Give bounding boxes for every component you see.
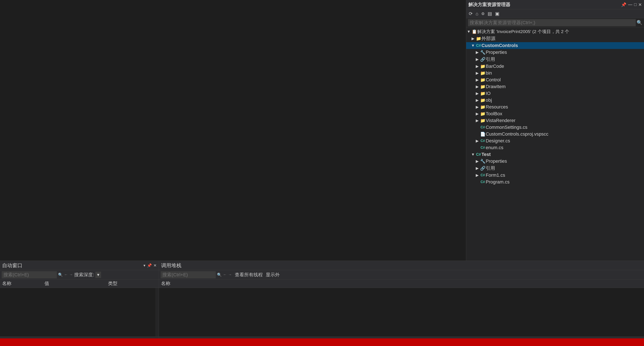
- call-stack-forward-icon[interactable]: →: [228, 272, 232, 277]
- pin-icon[interactable]: 📌: [621, 2, 626, 7]
- tree-item-resources[interactable]: ▶ 📁 Resources: [466, 104, 644, 110]
- tree-item-vistarenderer[interactable]: ▶ 📁 VistaRenderer: [466, 117, 644, 124]
- drawitem-icon: 📁: [480, 84, 486, 89]
- auto-window-close-icon[interactable]: ✕: [154, 263, 156, 268]
- vistarenderer-arrow: ▶: [475, 118, 480, 123]
- search-icon: 🔍: [636, 20, 642, 26]
- tree-item-external[interactable]: ▶ 📁 外部源: [466, 35, 644, 42]
- auto-window-dropdown-icon[interactable]: ▾: [144, 263, 145, 268]
- refs2-arrow: ▶: [475, 166, 480, 170]
- control-arrow: ▶: [475, 78, 480, 82]
- view-all-threads-btn[interactable]: 查看所有线程: [235, 272, 263, 278]
- home-icon[interactable]: ⌂: [475, 10, 479, 17]
- minimize-icon[interactable]: —: [628, 2, 632, 7]
- designer-arrow: ▶: [475, 138, 480, 143]
- tree-item-bin[interactable]: ▶ 📁 bin: [466, 70, 644, 76]
- tree-item-solution[interactable]: ▼ 📋 解决方案 'InvoicePrint2005' (2 个项目，共 2 个: [466, 28, 644, 35]
- sync-icon[interactable]: ⟳: [468, 10, 474, 17]
- tree-item-barcode[interactable]: ▶ 📁 BarCode: [466, 63, 644, 70]
- expand-icon[interactable]: ▣: [494, 10, 500, 17]
- status-bar: [0, 338, 644, 346]
- test-icon: C#: [476, 152, 482, 157]
- external-label: 外部源: [482, 36, 496, 42]
- properties1-arrow: ▶: [475, 50, 480, 55]
- external-folder-icon: 📁: [476, 36, 482, 41]
- auto-window-search-icon: 🔍: [58, 272, 63, 277]
- call-stack-title-bar: 调用堆栈: [159, 261, 644, 270]
- tree-item-test[interactable]: ▼ C# Test: [466, 151, 644, 158]
- call-stack-search-input[interactable]: [161, 271, 216, 278]
- form1-icon: C#: [480, 173, 486, 177]
- drawitem-label: DrawItem: [486, 84, 506, 90]
- auto-window-depth-dropdown[interactable]: ▾: [95, 272, 101, 278]
- auto-window-toolbar: 🔍 ← → 搜索深度: ▾: [0, 270, 159, 280]
- tree-item-enum[interactable]: ▶ C# enum.cs: [466, 144, 644, 151]
- barcode-label: BarCode: [486, 64, 504, 69]
- call-stack-columns: 名称: [159, 280, 644, 288]
- commonsettings-icon: C#: [480, 126, 486, 129]
- tree-item-refs2[interactable]: ▶ 🔗 引用: [466, 165, 644, 172]
- solution-explorer-search-input[interactable]: [468, 19, 636, 26]
- solution-explorer-title-icons: 📌 — □ ✕: [621, 2, 642, 7]
- commonsettings-label: CommonSettings.cs: [486, 124, 528, 130]
- tree-item-properties2[interactable]: ▶ 🔧 Properties: [466, 158, 644, 165]
- form1-arrow: ▶: [475, 173, 480, 178]
- bin-icon: 📁: [480, 70, 486, 76]
- refs1-arrow: ▶: [475, 57, 480, 62]
- tree-item-toolbox[interactable]: ▶ 📁 ToolBox: [466, 110, 644, 117]
- auto-window-title: 自动窗口: [2, 262, 22, 269]
- solution-explorer-title: 解决方案资源管理器: [468, 2, 510, 8]
- collapse-icon[interactable]: ▤: [487, 10, 493, 17]
- vistarenderer-icon: 📁: [480, 118, 486, 123]
- properties2-icon: 🔧: [480, 159, 486, 164]
- call-stack-search-icon: 🔍: [217, 272, 222, 277]
- enum-label: enum.cs: [486, 145, 503, 150]
- customcontrols-label: CustomControls: [482, 43, 518, 48]
- auto-window-panel: 自动窗口 ▾ 📌 ✕ 🔍 ← → 搜索深度: ▾ 名称 值 类型 自动窗口 局: [0, 261, 159, 346]
- auto-window-pin-icon[interactable]: 📌: [147, 263, 152, 268]
- call-stack-back-icon[interactable]: ←: [223, 272, 227, 277]
- tree-item-obj[interactable]: ▶ 📁 obj: [466, 97, 644, 104]
- call-stack-toolbar: 🔍 ← → 查看所有线程 显示外: [159, 270, 644, 280]
- drawitem-arrow: ▶: [475, 84, 480, 89]
- auto-window-search-input[interactable]: [2, 271, 57, 278]
- resources-arrow: ▶: [475, 105, 480, 109]
- solution-explorer-title-bar: 解决方案资源管理器 📌 — □ ✕: [466, 0, 644, 9]
- auto-window-scrollbar[interactable]: [155, 288, 159, 336]
- tree-item-program[interactable]: ▶ C# Program.cs: [466, 178, 644, 186]
- call-stack-col-name: 名称: [161, 280, 204, 287]
- solution-explorer-tree[interactable]: ▼ 📋 解决方案 'InvoicePrint2005' (2 个项目，共 2 个…: [466, 27, 644, 260]
- program-label: Program.cs: [486, 179, 510, 185]
- show-external-btn[interactable]: 显示外: [266, 272, 280, 278]
- obj-icon: 📁: [480, 98, 486, 103]
- tree-item-customcontrols[interactable]: ▼ C# CustomControls: [466, 42, 644, 49]
- tree-item-properties1[interactable]: ▶ 🔧 Properties: [466, 49, 644, 56]
- tree-item-form1[interactable]: ▶ C# Form1.cs: [466, 172, 644, 178]
- maximize-icon[interactable]: □: [634, 2, 636, 7]
- tree-item-drawitem[interactable]: ▶ 📁 DrawItem: [466, 83, 644, 90]
- tree-item-designer[interactable]: ▶ C# Designer.cs: [466, 138, 644, 144]
- properties2-arrow: ▶: [475, 159, 480, 164]
- customcontrols-arrow: ▼: [470, 44, 476, 48]
- obj-label: obj: [486, 98, 492, 103]
- control-label: Control: [486, 77, 501, 83]
- vspscc-label: CustomControls.csproj.vspscc: [486, 131, 548, 137]
- tree-item-commonsettings[interactable]: ▶ C# CommonSettings.cs: [466, 124, 644, 131]
- auto-window-col-name: 名称: [2, 280, 44, 287]
- auto-window-depth-label: 搜索深度:: [74, 272, 94, 278]
- settings-icon[interactable]: ⚙: [480, 11, 486, 16]
- enum-icon: C#: [480, 146, 486, 150]
- tree-item-vspscc[interactable]: ▶ 📄 CustomControls.csproj.vspscc: [466, 131, 644, 138]
- refs1-label: 引用: [486, 56, 495, 62]
- barcode-icon: 📁: [480, 64, 486, 69]
- auto-window-forward-icon[interactable]: →: [69, 272, 73, 277]
- io-label: IO: [486, 91, 490, 96]
- io-arrow: ▶: [475, 91, 480, 96]
- tree-item-control[interactable]: ▶ 📁 Control: [466, 76, 644, 83]
- barcode-arrow: ▶: [475, 64, 480, 69]
- tree-item-io[interactable]: ▶ 📁 IO: [466, 90, 644, 97]
- close-icon[interactable]: ✕: [638, 2, 642, 7]
- tree-item-refs1[interactable]: ▶ 🔗 引用: [466, 56, 644, 63]
- auto-window-back-icon[interactable]: ←: [64, 272, 68, 277]
- auto-window-col-value: 值: [44, 280, 108, 287]
